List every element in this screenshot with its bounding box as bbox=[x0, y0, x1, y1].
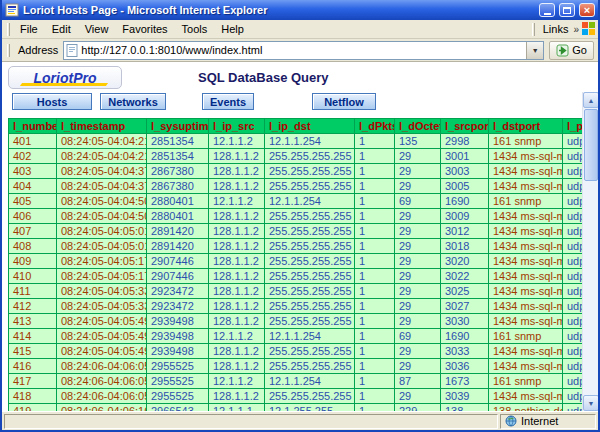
cell: 128.1.1.2 bbox=[209, 389, 265, 404]
cell: 1 bbox=[355, 134, 395, 149]
cell: 3033 bbox=[441, 344, 489, 359]
menu-favorites[interactable]: Favorites bbox=[115, 22, 174, 36]
column-header-l_dstport: l_dstport bbox=[489, 119, 563, 134]
cell: 2907446 bbox=[147, 269, 209, 284]
cell: 1 bbox=[355, 299, 395, 314]
cell: 2851354 bbox=[147, 149, 209, 164]
cell: 08:24:05-04:04:50 bbox=[57, 209, 147, 224]
cell: 1 bbox=[355, 344, 395, 359]
cell: 1434 ms-sql-m bbox=[489, 179, 563, 194]
cell: 1 bbox=[355, 164, 395, 179]
cell: 128.1.1.2 bbox=[209, 239, 265, 254]
menu-file[interactable]: File bbox=[13, 22, 45, 36]
table-row: 41208:24:05-04:05:332923472128.1.1.2255.… bbox=[9, 299, 597, 314]
menu-edit[interactable]: Edit bbox=[45, 22, 78, 36]
links-menu[interactable]: Links bbox=[541, 23, 571, 35]
menu-items: FileEditViewFavoritesToolsHelp bbox=[13, 22, 251, 36]
cell: 29 bbox=[395, 254, 441, 269]
minimize-button[interactable] bbox=[539, 3, 555, 17]
menu-help[interactable]: Help bbox=[214, 22, 251, 36]
cell: 1434 ms-sql-m bbox=[489, 269, 563, 284]
go-button[interactable]: Go bbox=[549, 41, 594, 60]
address-url[interactable]: http://127.0.0.1:8010/www/index.html bbox=[81, 44, 523, 56]
cell: 402 bbox=[9, 149, 57, 164]
menu-view[interactable]: View bbox=[78, 22, 116, 36]
cell: 12.1.1.254 bbox=[265, 134, 355, 149]
address-bar: Address http://127.0.0.1:8010/www/index.… bbox=[2, 39, 598, 62]
cell: 1 bbox=[355, 389, 395, 404]
status-bar: Internet bbox=[2, 411, 598, 430]
cell: 2955525 bbox=[147, 359, 209, 374]
chevron-right-icon[interactable]: » bbox=[573, 24, 579, 35]
scroll-up-icon[interactable]: ▲ bbox=[583, 92, 598, 108]
table-row: 41608:24:06-04:06:052955525128.1.1.2255.… bbox=[9, 359, 597, 374]
cell: 2939498 bbox=[147, 314, 209, 329]
cell: 1434 ms-sql-m bbox=[489, 239, 563, 254]
close-button[interactable]: × bbox=[579, 3, 595, 17]
cell: 12.1.1.2 bbox=[209, 374, 265, 389]
nav-button-hosts[interactable]: Hosts bbox=[12, 93, 92, 110]
cell: 2923472 bbox=[147, 299, 209, 314]
cell: 403 bbox=[9, 164, 57, 179]
cell: 12.1.1.2 bbox=[209, 194, 265, 209]
cell: 08:24:05-04:04:21 bbox=[57, 149, 147, 164]
cell: 08:24:05-04:04:37 bbox=[57, 179, 147, 194]
menu-tools[interactable]: Tools bbox=[175, 22, 215, 36]
cell: 08:24:05-04:05:33 bbox=[57, 299, 147, 314]
cell: 12.1.255.255 bbox=[265, 404, 355, 412]
address-input[interactable]: http://127.0.0.1:8010/www/index.html ▼ bbox=[63, 41, 544, 60]
scroll-down-icon[interactable]: ▼ bbox=[583, 395, 598, 411]
cell: 3012 bbox=[441, 224, 489, 239]
cell: 3018 bbox=[441, 239, 489, 254]
vertical-scrollbar[interactable]: ▲ ▼ bbox=[582, 92, 598, 411]
cell: 412 bbox=[9, 299, 57, 314]
nav-button-networks[interactable]: Networks bbox=[100, 93, 166, 110]
cell: 29 bbox=[395, 389, 441, 404]
table-row: 41408:24:05-04:05:49293949812.1.1.212.1.… bbox=[9, 329, 597, 344]
cell: 409 bbox=[9, 254, 57, 269]
cell: 29 bbox=[395, 299, 441, 314]
toolbar-grip bbox=[7, 44, 10, 57]
cell: 135 bbox=[395, 134, 441, 149]
cell: 2939498 bbox=[147, 344, 209, 359]
scrollbar-thumb[interactable] bbox=[584, 109, 598, 181]
cell: 255.255.255.255 bbox=[265, 149, 355, 164]
cell: 08:24:05-04:05:17 bbox=[57, 254, 147, 269]
cell: 08:24:05-04:04:21 bbox=[57, 134, 147, 149]
cell: 12.1.1.2 bbox=[209, 134, 265, 149]
nav-button-events[interactable]: Events bbox=[202, 93, 254, 110]
cell: 1434 ms-sql-m bbox=[489, 149, 563, 164]
cell: 1 bbox=[355, 374, 395, 389]
cell: 1 bbox=[355, 359, 395, 374]
browser-window: Loriot Hosts Page - Microsoft Internet E… bbox=[0, 0, 600, 432]
cell: 3025 bbox=[441, 284, 489, 299]
app-icon bbox=[5, 3, 19, 17]
cell: 1 bbox=[355, 194, 395, 209]
menu-bar: FileEditViewFavoritesToolsHelp Links » bbox=[2, 20, 598, 39]
table-row: 41308:24:05-04:05:492939498128.1.1.2255.… bbox=[9, 314, 597, 329]
netflow-table: l_numberl_timestampl_sysuptimel_ip_srcl_… bbox=[8, 118, 597, 411]
cell: 29 bbox=[395, 224, 441, 239]
column-header-l_dpkts: l_dPkts bbox=[355, 119, 395, 134]
cell: 128.1.1.2 bbox=[209, 284, 265, 299]
toolbar-grip bbox=[532, 23, 535, 36]
maximize-button[interactable] bbox=[559, 3, 575, 17]
nav-button-netflow[interactable]: Netflow bbox=[312, 93, 376, 110]
cell: 1434 ms-sql-m bbox=[489, 299, 563, 314]
window-title: Loriot Hosts Page - Microsoft Internet E… bbox=[23, 4, 535, 16]
cell: 2923472 bbox=[147, 284, 209, 299]
cell: 08:24:05-04:05:33 bbox=[57, 284, 147, 299]
cell: 128.1.1.2 bbox=[209, 149, 265, 164]
go-label: Go bbox=[572, 44, 587, 56]
column-header-l_ip_dst: l_ip_dst bbox=[265, 119, 355, 134]
cell: 255.255.255.255 bbox=[265, 344, 355, 359]
table-row: 40908:24:05-04:05:172907446128.1.1.2255.… bbox=[9, 254, 597, 269]
cell: 255.255.255.255 bbox=[265, 239, 355, 254]
table-row: 40408:24:05-04:04:372867380128.1.1.2255.… bbox=[9, 179, 597, 194]
cell: 2880401 bbox=[147, 209, 209, 224]
address-dropdown-button[interactable]: ▼ bbox=[526, 42, 543, 59]
cell: 138 bbox=[441, 404, 489, 412]
cell: 1 bbox=[355, 224, 395, 239]
cell: 128.1.1.2 bbox=[209, 299, 265, 314]
cell: 161 snmp bbox=[489, 134, 563, 149]
